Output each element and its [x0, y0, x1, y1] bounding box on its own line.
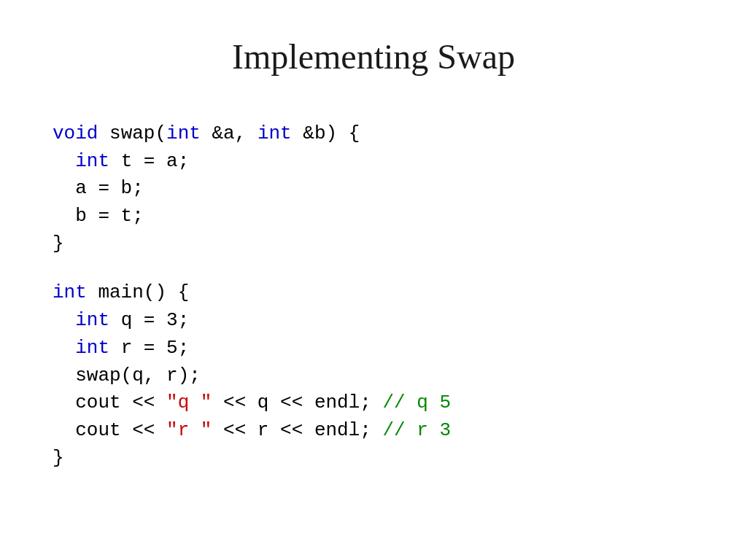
code-text: [53, 150, 75, 172]
code-text: a = b;: [53, 177, 144, 199]
code-line-6: int main() {: [53, 279, 747, 307]
code-text: [53, 309, 75, 331]
code-line-7: int q = 3;: [53, 307, 747, 335]
keyword-int-6: int: [75, 337, 109, 359]
page-title: Implementing Swap: [0, 0, 747, 106]
code-line-1: void swap(int &a, int &b) {: [53, 120, 747, 148]
code-block: void swap(int &a, int &b) { int t = a; a…: [0, 106, 747, 472]
code-text: }: [53, 233, 64, 254]
code-line-5: }: [53, 230, 747, 258]
code-text: t = a;: [109, 150, 189, 172]
comment-r3: // r 3: [383, 419, 452, 441]
code-text: cout <<: [53, 419, 166, 441]
string-q: "q ": [166, 392, 212, 413]
keyword-int-1: int: [166, 122, 201, 144]
keyword-int-2: int: [258, 122, 292, 144]
keyword-int-4: int: [53, 281, 87, 303]
swap-function-section: void swap(int &a, int &b) { int t = a; a…: [53, 120, 747, 257]
keyword-int-3: int: [75, 150, 109, 172]
main-function-section: int main() { int q = 3; int r = 5; swap(…: [53, 279, 747, 472]
code-line-2: int t = a;: [53, 148, 747, 176]
keyword-void: void: [53, 122, 98, 144]
keyword-int-5: int: [75, 309, 109, 331]
code-text: cout <<: [53, 392, 166, 413]
code-text: b = t;: [53, 205, 144, 227]
code-line-8: int r = 5;: [53, 335, 747, 362]
code-text: q = 3;: [109, 309, 189, 331]
string-r: "r ": [166, 419, 212, 441]
code-text: &a,: [201, 122, 258, 144]
code-line-9: swap(q, r);: [53, 362, 747, 390]
comment-q5: // q 5: [383, 392, 452, 413]
code-line-3: a = b;: [53, 175, 747, 203]
code-line-10: cout << "q " << q << endl; // q 5: [53, 389, 747, 417]
code-text: << q << endl;: [212, 392, 382, 413]
code-text: &b) {: [292, 122, 360, 144]
code-text: r = 5;: [109, 337, 189, 359]
code-line-12: }: [53, 445, 747, 472]
code-text: [53, 337, 75, 359]
code-text: << r << endl;: [212, 419, 382, 441]
code-text: swap(q, r);: [53, 365, 201, 386]
code-text: swap(: [98, 122, 166, 144]
code-line-4: b = t;: [53, 203, 747, 230]
code-text: }: [53, 447, 64, 469]
code-text: main() {: [87, 281, 189, 303]
code-line-11: cout << "r " << r << endl; // r 3: [53, 417, 747, 445]
